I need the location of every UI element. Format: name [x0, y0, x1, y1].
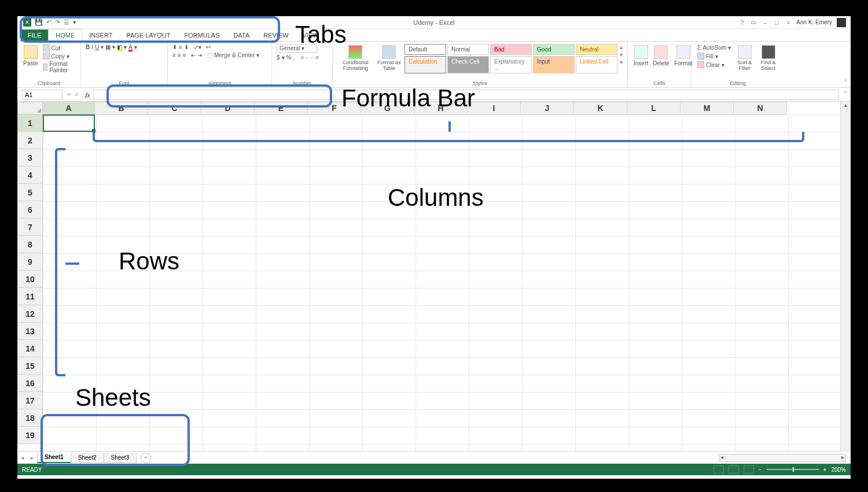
insert-cells-button[interactable]: Insert	[632, 44, 649, 68]
row-header-10[interactable]: 10	[17, 271, 43, 288]
cut-button[interactable]: Cut	[42, 44, 76, 52]
format-painter-button[interactable]: Format Painter	[42, 60, 76, 74]
cell-style-normal[interactable]: Normal	[447, 44, 489, 55]
tab-data[interactable]: DATA	[227, 29, 257, 41]
column-header-K[interactable]: K	[574, 102, 627, 114]
row-header-3[interactable]: 3	[17, 149, 43, 167]
tab-insert[interactable]: INSERT	[82, 29, 119, 41]
tab-view[interactable]: VIEW	[296, 29, 326, 41]
increase-decimal-button[interactable]: .0→	[300, 55, 308, 60]
align-top-button[interactable]: ⬆	[172, 44, 177, 50]
column-header-F[interactable]: F	[308, 102, 361, 114]
column-header-J[interactable]: J	[521, 102, 574, 114]
restore-icon[interactable]: □	[773, 19, 780, 26]
fill-menu-icon[interactable]: ▾	[124, 44, 127, 50]
column-header-L[interactable]: L	[627, 102, 681, 114]
new-sheet-button[interactable]: +	[141, 453, 151, 463]
page-layout-view-button[interactable]	[729, 465, 739, 473]
border-button[interactable]: ▦	[105, 44, 111, 50]
tab-formulas[interactable]: FORMULAS	[177, 29, 226, 41]
redo-icon[interactable]: ↷	[55, 19, 60, 26]
row-header-4[interactable]: 4	[17, 167, 43, 184]
account-avatar-icon[interactable]	[837, 18, 846, 27]
tab-file[interactable]: FILE	[21, 29, 48, 41]
row-header-7[interactable]: 7	[17, 219, 43, 236]
align-center-button[interactable]: ≡	[178, 52, 181, 58]
merge-center-button[interactable]: ⬚ Merge & Center ▾	[207, 52, 259, 58]
column-header-A[interactable]: A	[43, 102, 95, 114]
border-menu-icon[interactable]: ▾	[112, 44, 115, 50]
vertical-scrollbar[interactable]: ▴	[840, 102, 851, 451]
column-header-E[interactable]: E	[255, 102, 308, 114]
wrap-text-button[interactable]: ↩	[206, 44, 211, 50]
column-header-C[interactable]: C	[148, 102, 201, 114]
row-header-5[interactable]: 5	[17, 184, 43, 201]
column-header-I[interactable]: I	[468, 102, 521, 114]
row-header-6[interactable]: 6	[17, 201, 43, 219]
find-select-button[interactable]: Find & Select	[757, 44, 779, 73]
cell-style-bad[interactable]: Bad	[490, 44, 532, 55]
touch-mode-icon[interactable]: ☰	[64, 19, 69, 26]
row-header-15[interactable]: 15	[17, 357, 43, 375]
zoom-slider[interactable]	[767, 469, 819, 470]
cell-style-default[interactable]: Default	[404, 44, 446, 55]
normal-view-button[interactable]	[713, 465, 724, 473]
cell-style-neutral[interactable]: Neutral	[576, 44, 617, 55]
sheet-tab-sheet3[interactable]: Sheet3	[104, 453, 137, 463]
undo-icon[interactable]: ↶	[46, 19, 52, 26]
row-header-18[interactable]: 18	[17, 409, 43, 427]
autosum-button[interactable]: ΣAutoSum ▾	[696, 44, 732, 51]
zoom-level[interactable]: 200%	[831, 467, 846, 473]
cancel-formula-icon[interactable]: ×	[67, 91, 71, 98]
column-header-H[interactable]: H	[414, 102, 468, 114]
name-box[interactable]: A1	[22, 90, 62, 100]
column-header-G[interactable]: G	[361, 102, 414, 114]
zoom-out-button[interactable]: −	[759, 467, 762, 473]
font-color-button[interactable]: A	[128, 44, 133, 50]
row-header-13[interactable]: 13	[17, 323, 43, 340]
save-icon[interactable]: 💾	[35, 19, 43, 26]
row-header-12[interactable]: 12	[17, 305, 43, 323]
row-header-11[interactable]: 11	[17, 288, 43, 305]
underline-button[interactable]: U	[95, 44, 99, 50]
sheet-nav-next-icon[interactable]: ▸	[27, 454, 37, 461]
enter-formula-icon[interactable]: ✓	[74, 91, 79, 98]
align-left-button[interactable]: ≡	[172, 52, 176, 58]
tab-review[interactable]: REVIEW	[256, 29, 295, 41]
row-header-14[interactable]: 14	[17, 340, 43, 357]
clear-button[interactable]: Clear ▾	[696, 61, 732, 69]
close-icon[interactable]: ×	[785, 19, 792, 26]
row-header-17[interactable]: 17	[17, 392, 43, 409]
tab-page-layout[interactable]: PAGE LAYOUT	[119, 29, 177, 41]
format-cells-button[interactable]: Format	[673, 44, 694, 68]
align-bottom-button[interactable]: ⬇	[184, 44, 189, 50]
styles-more-icon[interactable]: ▾	[620, 59, 623, 65]
collapse-ribbon-icon[interactable]: ˄	[844, 79, 847, 85]
align-right-button[interactable]: ≡	[183, 52, 186, 58]
cell-style-input[interactable]: Input	[533, 56, 575, 73]
cell-style-explanatory[interactable]: Explanatory ...	[490, 56, 532, 73]
conditional-formatting-button[interactable]: Conditional Formatting	[337, 44, 373, 73]
ribbon-display-options-icon[interactable]: ▭	[750, 19, 757, 26]
fill-button[interactable]: Fill ▾	[696, 52, 732, 60]
scroll-up-icon[interactable]: ▴	[841, 102, 851, 111]
styles-scroll-down-icon[interactable]: ▾	[620, 51, 623, 58]
cell-style-linked-cell[interactable]: Linked Cell	[576, 56, 617, 73]
row-header-2[interactable]: 2	[17, 132, 43, 149]
increase-indent-button[interactable]: ⇥	[197, 52, 202, 58]
customize-qat-icon[interactable]: ▾	[73, 19, 76, 26]
sheet-tab-sheet2[interactable]: Sheet2	[71, 453, 104, 463]
sort-filter-button[interactable]: Sort & Filter	[734, 44, 755, 73]
minimize-icon[interactable]: –	[762, 19, 768, 26]
row-header-9[interactable]: 9	[17, 253, 43, 271]
row-header-8[interactable]: 8	[17, 236, 43, 253]
cell-style-check-cell[interactable]: Check Cell	[447, 56, 489, 73]
fx-icon[interactable]: fx	[83, 91, 92, 98]
column-header-D[interactable]: D	[201, 102, 255, 114]
column-header-N[interactable]: N	[734, 102, 787, 114]
account-name[interactable]: Ann K. Emery	[796, 19, 832, 25]
cell-style-calculation[interactable]: Calculation	[404, 56, 446, 73]
row-header-1[interactable]: 1	[17, 114, 43, 132]
zoom-in-button[interactable]: +	[823, 467, 827, 473]
page-break-view-button[interactable]	[744, 465, 754, 473]
